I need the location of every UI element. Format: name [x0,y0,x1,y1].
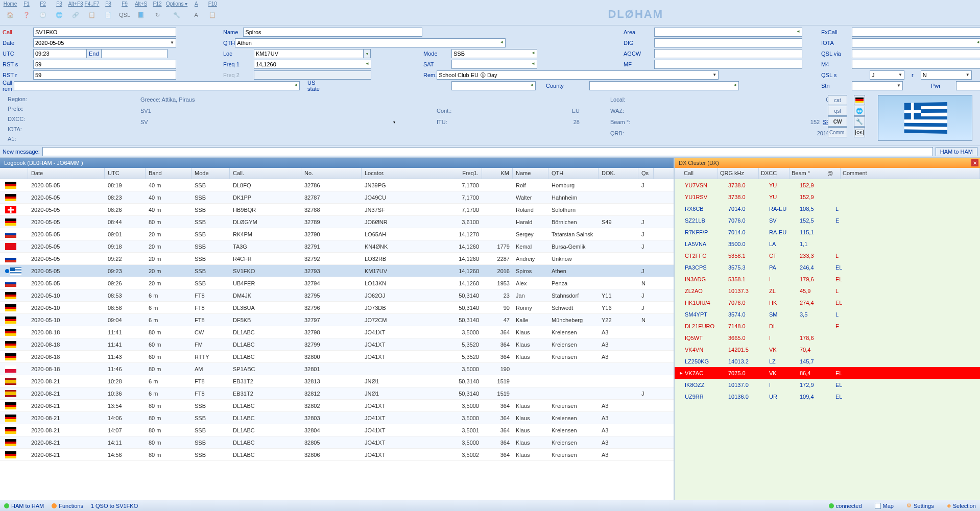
toolbar-label[interactable]: Alt+S [135,1,147,7]
dx-row[interactable]: SM4YPT3574.0SM3,5L [675,308,980,320]
logbook-row[interactable]: 2020-08-2114:5680 mSSBDL1ABC32806JO41XT3… [0,449,674,461]
dx-body[interactable]: YU7VSN3738.0YU152,9YU1RSV3738.0YU152,9RX… [675,179,980,511]
toolbar-icon[interactable]: 🏠 [3,8,18,22]
toolbar-icon[interactable]: 📋 [205,8,220,22]
mode-input[interactable] [451,49,537,58]
toolbar-f3[interactable]: F3🌐 [52,1,67,22]
logbook-row[interactable]: 2020-08-2110:286 mFT8EB31T232813JNØ150,3… [0,375,674,387]
toolbar-icon[interactable]: 🌐 [52,8,67,22]
logbook-body[interactable]: 2020-05-0508:1940 mSSBDL8FQ32786JN39PG7,… [0,179,674,511]
date-input[interactable] [33,38,176,47]
toolbar-home[interactable]: Home🏠 [3,1,18,22]
toolbar-f12[interactable]: F12↻ [150,1,165,22]
rsts-input[interactable] [33,60,176,69]
logbook-row[interactable]: 2020-08-2114:0680 mSSBDL1ABC32803JO41XT3… [0,412,674,424]
cw-button[interactable]: CW [828,116,847,127]
logbook-row[interactable]: 2020-05-0509:0120 mSSBRK4PM32790LO65AH14… [0,228,674,240]
loc-down-icon[interactable]: ▾ [364,49,371,58]
toolbar-icon[interactable]: 📄 [101,8,116,22]
column-header[interactable]: QTH [548,168,599,179]
toolbar-label[interactable]: Options ▾ [166,1,187,7]
toolbar-label[interactable]: F4..F7 [85,1,100,7]
qslvia-input[interactable] [852,49,980,58]
column-header[interactable]: Locator. [362,168,442,179]
toolbar-label[interactable]: Home [4,1,17,7]
dx-row[interactable]: SZ21LB7076.0SV152,5E [675,214,980,226]
pwr-input[interactable] [956,81,980,90]
toolbar-label[interactable]: F12 [153,1,161,7]
utc-input[interactable] [33,49,87,58]
excall-input[interactable] [852,28,980,37]
toolbar-f1[interactable]: F1❓ [19,1,34,22]
status-selection[interactable]: ◈Selection [947,502,976,509]
toolbar-icon[interactable]: 📋 [84,8,100,22]
toolbar-label[interactable]: F1 [23,1,30,7]
call-input[interactable] [33,28,176,37]
toolbar-a[interactable]: AA [188,1,204,22]
column-header[interactable]: Name [513,168,548,179]
column-header[interactable]: Band [146,168,192,179]
toolbar-label[interactable]: F9 [122,1,128,7]
dx-row[interactable]: UZ9RR10136.0UR109,4EL [675,391,980,402]
ham-to-ham-button[interactable]: HAM to HAM [936,147,977,156]
loc-input[interactable] [254,49,364,58]
dx-row[interactable]: LZ250KG14013.2LZ145,7 [675,355,980,367]
logbook-row[interactable]: 2020-05-0509:2320 mSSBSV1FKO32793KM17UV1… [0,265,674,277]
logbook-row[interactable]: 2020-08-1811:4160 mFMDL1ABC32799JO41XT5,… [0,338,674,351]
logbook-row[interactable]: 2020-08-1811:4680 mAMSP1ABC328013,500019… [0,363,674,375]
globe-icon[interactable]: 🌐 [854,106,865,116]
comm-button[interactable]: Comm. [828,127,847,137]
logbook-row[interactable]: 2020-05-0508:2340 mSSBDK1PP32787JO49CU7,… [0,191,674,204]
callrem-input[interactable] [14,81,300,90]
logbook-row[interactable]: 2020-08-2114:0780 mSSBDL1ABC32804JO41XT3… [0,424,674,436]
toolbar-icon[interactable]: 📘 [133,8,149,22]
dx-row[interactable]: HK1UIU/47076.0HK274,4EL [675,297,980,308]
flag-de-icon[interactable] [854,95,865,105]
end-button[interactable]: End [86,49,102,58]
sat-input[interactable] [451,60,537,69]
iota-input[interactable] [852,38,980,47]
freq1-input[interactable] [254,60,371,69]
agcw-input[interactable] [654,49,802,58]
dx-row[interactable]: PA3CPS3575.3PA246,4EL [675,261,980,273]
toolbar-icon[interactable]: ❓ [19,8,34,22]
dig-input[interactable] [654,38,802,47]
toolbar-icon[interactable]: QSL [117,8,132,22]
toolbar-options[interactable]: Options ▾🔧 [166,1,187,22]
dx-column-header[interactable]: QRG kHz [718,168,759,179]
toolbar-icon[interactable]: 🔗 [68,8,83,22]
toolbar-label[interactable]: F2 [40,1,46,7]
logbook-row[interactable]: 2020-05-1009:046 mFT8DF5KB32797JO72CM50,… [0,314,674,326]
logbook-row[interactable]: 2020-05-0509:1820 mSSBTA3G32791KN4ØNK14,… [0,240,674,253]
column-header[interactable]: Call. [230,168,301,179]
status-functions[interactable]: Functions [52,503,83,509]
toolbar-icon[interactable]: ↻ [150,8,165,22]
dx-row[interactable]: ZL2AO10137.3ZL45,9L [675,285,980,297]
dx-column-header[interactable]: Call [675,168,718,179]
qsls-input[interactable] [870,70,904,80]
toolbar-icon[interactable]: A [188,8,204,22]
toolbar-icon[interactable]: 🔧 [169,8,184,22]
rem-input[interactable] [437,70,719,80]
dx-row[interactable]: R7KFF/P7014.0RA-EU115,1 [675,226,980,238]
cat-button[interactable]: cat [828,95,847,105]
toolbar-f2[interactable]: F2🕐 [35,1,51,22]
dx-row[interactable]: CT2FFC5358.1CT233,3L [675,250,980,261]
ok-icon[interactable]: OK [854,127,865,137]
end-input[interactable] [101,49,168,58]
mf-input[interactable] [654,60,802,69]
toolbar-label[interactable]: A [195,1,198,7]
logbook-row[interactable]: 2020-08-2114:1180 mSSBDL1ABC32805JO41XT3… [0,436,674,449]
toolbar-label[interactable]: Alt+F3 [68,1,83,7]
toolbar-f10[interactable]: F10📋 [205,1,220,22]
dx-column-header[interactable]: Comment [841,168,980,179]
dx-row[interactable]: RX6CB7014.0RA-EU108,5L [675,203,980,214]
logbook-row[interactable]: 2020-05-0508:1940 mSSBDL8FQ32786JN39PG7,… [0,179,674,191]
toolbar-icon[interactable]: 🕐 [35,8,51,22]
status-settings[interactable]: ⚙Settings [906,502,934,509]
qth-input[interactable] [235,38,506,47]
dx-row[interactable]: ▸VK7AC7075.0VK86,4EL [675,367,980,379]
county-input[interactable] [589,81,739,90]
status-ham[interactable]: HAM to HAM [4,503,44,509]
area-input[interactable] [654,28,802,37]
